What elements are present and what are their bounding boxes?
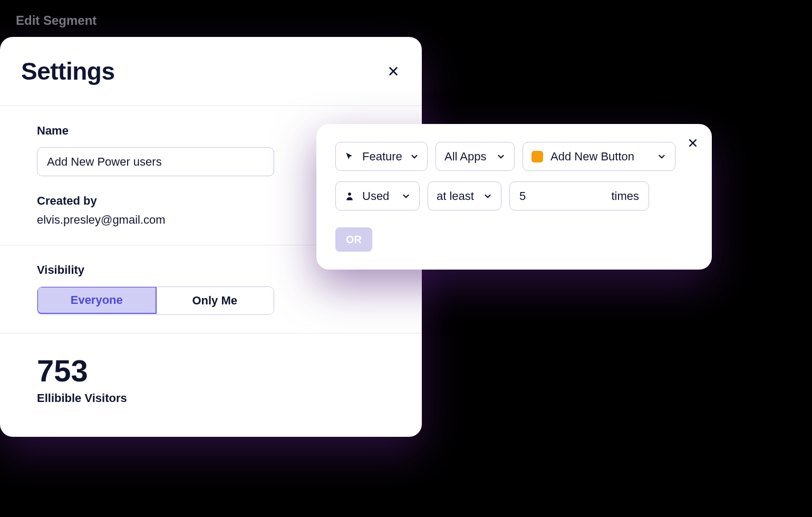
user-icon xyxy=(344,191,355,202)
button-dropdown-label: Add New Button xyxy=(550,150,634,164)
condition-panel: Feature All Apps Add New Button Used xyxy=(316,124,712,270)
visibility-toggle: Everyone Only Me xyxy=(37,286,274,315)
condition-row-2: Used at least 5 times xyxy=(335,181,693,210)
visibility-option-only-me[interactable]: Only Me xyxy=(156,287,274,314)
button-dropdown[interactable]: Add New Button xyxy=(523,142,675,171)
color-swatch-icon xyxy=(531,151,543,162)
chevron-down-icon xyxy=(657,152,666,161)
chevron-down-icon xyxy=(410,152,419,161)
close-icon xyxy=(388,65,399,77)
feature-dropdown-label: Feature xyxy=(362,150,402,164)
apps-dropdown[interactable]: All Apps xyxy=(436,142,515,171)
eligible-visitors-count: 753 xyxy=(37,356,385,386)
count-suffix: times xyxy=(611,189,639,203)
settings-title: Settings xyxy=(21,57,114,85)
page-label: Edit Segment xyxy=(16,13,96,28)
chevron-down-icon xyxy=(496,152,506,161)
visibility-option-everyone[interactable]: Everyone xyxy=(37,286,157,314)
svg-point-4 xyxy=(348,192,351,195)
count-input[interactable]: 5 times xyxy=(509,181,649,210)
feature-dropdown[interactable]: Feature xyxy=(335,142,428,171)
used-dropdown-label: Used xyxy=(362,189,389,203)
name-input[interactable] xyxy=(37,147,274,176)
section-stats: 753 Ellibible Visitors xyxy=(0,333,422,437)
apps-dropdown-label: All Apps xyxy=(444,150,487,164)
comparator-dropdown[interactable]: at least xyxy=(428,181,501,210)
or-button[interactable]: OR xyxy=(335,227,372,252)
condition-close-button[interactable] xyxy=(685,136,700,150)
condition-row-1: Feature All Apps Add New Button xyxy=(335,142,693,171)
cursor-icon xyxy=(344,151,355,162)
chevron-down-icon xyxy=(401,192,411,201)
count-value: 5 xyxy=(519,189,526,203)
close-button[interactable] xyxy=(386,64,401,79)
comparator-dropdown-label: at least xyxy=(437,189,474,203)
used-dropdown[interactable]: Used xyxy=(335,181,420,210)
eligible-visitors-label: Ellibible Visitors xyxy=(37,391,385,405)
close-icon xyxy=(688,138,698,148)
chevron-down-icon xyxy=(483,192,492,201)
settings-header: Settings xyxy=(0,37,422,106)
